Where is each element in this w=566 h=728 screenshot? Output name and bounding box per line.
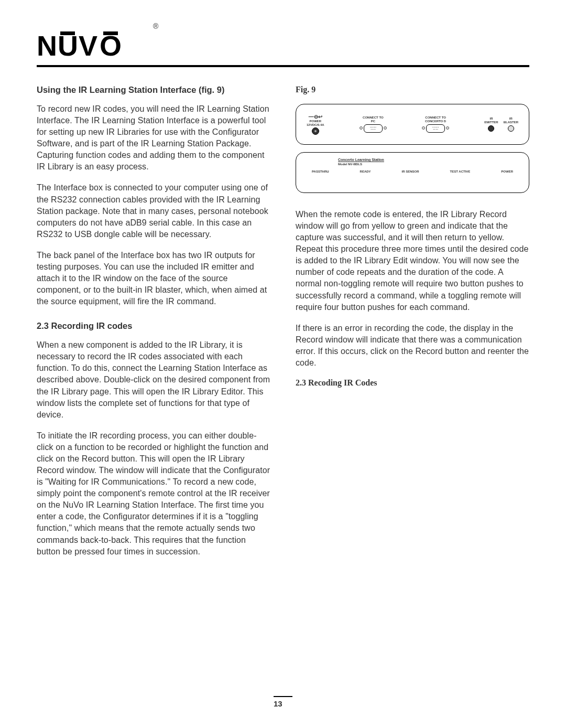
svg-text:V: V [79,31,97,61]
ready-label: READY [360,170,371,173]
screw-icon [422,126,425,130]
pc-port: CONNECT TO PC [360,116,387,132]
svg-rect-2 [60,31,75,35]
screw-icon [384,126,387,130]
ir-jack-icon [508,125,514,132]
power-port: —⊖↩ POWER 12VDC/0.4A [307,114,324,135]
screw-icon [446,126,449,130]
registered-mark: ® [153,22,158,30]
left-column: Using the IR Learning Station Interface … [37,85,270,567]
concerto-port: CONNECT TO CONCERTO D [422,116,449,132]
right-column: Fig. 9 —⊖↩ POWER 12VDC/0.4A CONNECT TO P… [296,85,529,567]
serial-port-icon [426,124,445,133]
logo-text: N U V O [37,31,152,61]
brand-logo: N U V O ® [37,31,529,61]
figure-diagram: —⊖↩ POWER 12VDC/0.4A CONNECT TO PC CONNE… [296,104,529,193]
svg-rect-5 [103,31,118,35]
device-front-panel: Concerto Learning Station Model NV-I8DLS… [296,152,529,193]
paragraph: If there is an error in recording the co… [296,323,529,369]
serial-port-icon [364,124,383,133]
front-labels-row: PASSTHRU READY IR SENSOR TEST ACTIVE POW… [307,170,518,173]
subsection-heading: 2.3 Recording IR codes [37,321,270,331]
paragraph: The Interface box is connected to your c… [37,182,270,240]
power-arrow-icon: —⊖↩ [309,114,322,120]
ir-emitter-port: IR EMITTER [484,117,498,131]
blaster-label: IR BLASTER [504,117,518,124]
header-bar: N U V O ® [37,31,529,67]
pc-label: CONNECT TO PC [363,116,384,123]
paragraph: To record new IR codes, you will need th… [37,103,270,173]
device-title: Concerto Learning Station [338,158,518,162]
ir-jack-icon [488,125,494,132]
section-heading: Using the IR Learning Station Interface … [37,85,270,95]
svg-text:O: O [100,31,121,61]
svg-text:N: N [37,31,56,61]
device-back-panel: —⊖↩ POWER 12VDC/0.4A CONNECT TO PC CONNE… [296,104,529,145]
power-jack-icon [312,127,319,135]
paragraph: When a new component is added to the IR … [37,339,270,421]
page-number: 13 [274,696,292,709]
passthru-label: PASSTHRU [312,170,329,173]
ir-blaster-port: IR BLASTER [504,117,518,131]
paragraph: When the remote code is entered, the IR … [296,209,529,313]
power-led-label: POWER [501,170,513,173]
svg-text:U: U [58,31,77,61]
concerto-label: CONNECT TO CONCERTO D [425,116,446,123]
emitter-label: IR EMITTER [484,117,498,124]
content-columns: Using the IR Learning Station Interface … [37,85,529,567]
serif-heading: 2.3 Recoding IR Codes [296,378,529,388]
sensor-label: IR SENSOR [402,170,419,173]
test-label: TEST ACTIVE [450,170,471,173]
figure-label: Fig. 9 [296,85,529,94]
paragraph: To initiate the IR recording process, yo… [37,430,270,558]
screw-icon [360,126,363,130]
power-label: POWER 12VDC/0.4A [307,120,324,126]
nuvo-logo-svg: N U V O [37,31,152,61]
paragraph: The back panel of the Interface box has … [37,250,270,307]
device-model: Model NV-I8DLS [338,163,518,166]
